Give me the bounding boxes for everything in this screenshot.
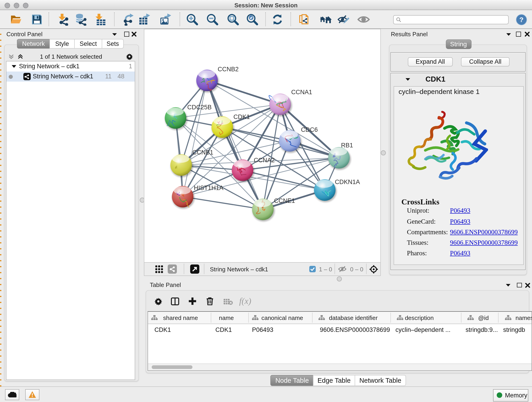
svg-text:HIST1H1A: HIST1H1A bbox=[194, 185, 223, 191]
svg-text:CCNB2: CCNB2 bbox=[218, 66, 239, 73]
svg-text:CCNB1: CCNB1 bbox=[192, 149, 213, 156]
svg-text:CCNE1: CCNE1 bbox=[274, 197, 295, 204]
svg-text:CDC6: CDC6 bbox=[301, 126, 318, 133]
svg-text:CCNA1: CCNA1 bbox=[291, 89, 312, 96]
svg-text:RB1: RB1 bbox=[341, 142, 353, 149]
svg-text:CCNA2: CCNA2 bbox=[254, 157, 275, 164]
svg-text:CDC25B: CDC25B bbox=[187, 104, 212, 111]
svg-text:CDKN1A: CDKN1A bbox=[335, 179, 360, 185]
svg-text:CDK1: CDK1 bbox=[234, 114, 250, 120]
